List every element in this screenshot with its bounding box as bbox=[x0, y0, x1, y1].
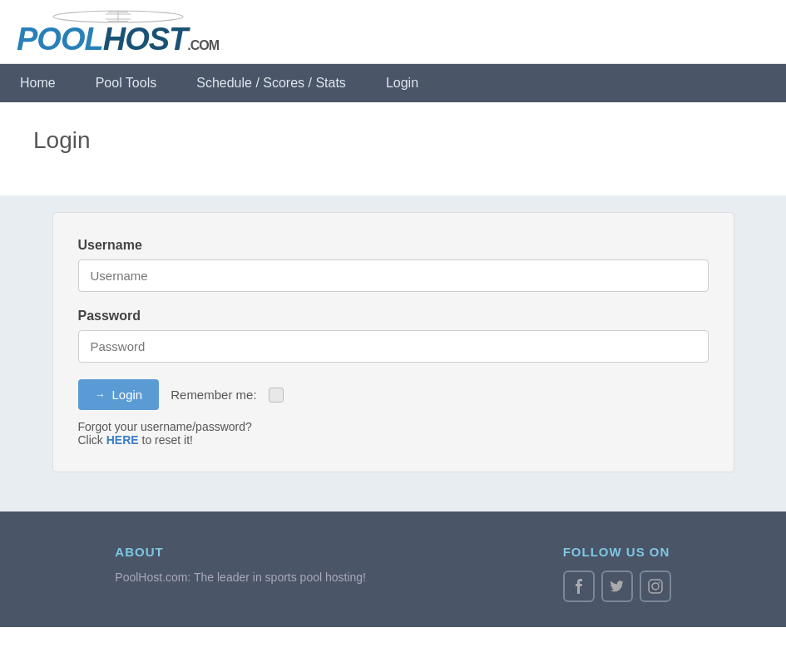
nav-item-home[interactable]: Home bbox=[0, 64, 76, 102]
login-button[interactable]: → Login bbox=[78, 379, 160, 410]
site-footer: ABOUT PoolHost.com: The leader in sports… bbox=[0, 511, 786, 627]
social-icons bbox=[563, 571, 671, 602]
nav-item-pool-tools[interactable]: Pool Tools bbox=[76, 64, 177, 102]
footer-follow: FOLLOW US ON bbox=[563, 545, 671, 602]
svg-point-8 bbox=[658, 582, 660, 584]
form-actions: → Login Remember me: bbox=[78, 379, 709, 410]
footer-about: ABOUT PoolHost.com: The leader in sports… bbox=[115, 545, 366, 584]
nav-item-login[interactable]: Login bbox=[366, 64, 438, 102]
forgot-password-text: Forgot your username/password? Click HER… bbox=[78, 420, 709, 447]
page-content: Login bbox=[0, 102, 786, 195]
page-title: Login bbox=[33, 127, 753, 154]
site-header: POOLHOST.com bbox=[0, 0, 786, 64]
forgot-line1: Forgot your username/password? bbox=[78, 420, 252, 433]
logo-text: POOLHOST.com bbox=[17, 23, 219, 55]
remember-me-label: Remember me: bbox=[171, 388, 256, 402]
instagram-icon[interactable] bbox=[640, 571, 671, 602]
forgot-suffix: to reset it! bbox=[139, 433, 193, 447]
nav-item-schedule[interactable]: Schedule / Scores / Stats bbox=[176, 64, 366, 102]
remember-me-checkbox[interactable] bbox=[269, 388, 284, 403]
password-input[interactable] bbox=[78, 330, 709, 363]
about-text: PoolHost.com: The leader in sports pool … bbox=[115, 571, 366, 584]
footer-inner: ABOUT PoolHost.com: The leader in sports… bbox=[17, 545, 769, 602]
logo[interactable]: POOLHOST.com bbox=[17, 8, 219, 55]
username-group: Username bbox=[78, 238, 709, 292]
svg-rect-6 bbox=[649, 580, 662, 593]
svg-point-7 bbox=[652, 583, 659, 590]
login-section: Username Password → Login Remember me: F… bbox=[0, 195, 786, 511]
username-input[interactable] bbox=[78, 259, 709, 292]
about-heading: ABOUT bbox=[115, 545, 366, 559]
sign-in-icon: → bbox=[95, 388, 106, 401]
forgot-prefix: Click bbox=[78, 433, 106, 447]
username-label: Username bbox=[78, 238, 709, 253]
follow-heading: FOLLOW US ON bbox=[563, 545, 671, 559]
password-group: Password bbox=[78, 309, 709, 363]
facebook-icon[interactable] bbox=[563, 571, 595, 602]
reset-link[interactable]: HERE bbox=[106, 433, 139, 447]
twitter-icon[interactable] bbox=[601, 571, 633, 602]
login-card: Username Password → Login Remember me: F… bbox=[52, 212, 734, 472]
password-label: Password bbox=[78, 309, 709, 324]
main-nav: Home Pool Tools Schedule / Scores / Stat… bbox=[0, 64, 786, 102]
